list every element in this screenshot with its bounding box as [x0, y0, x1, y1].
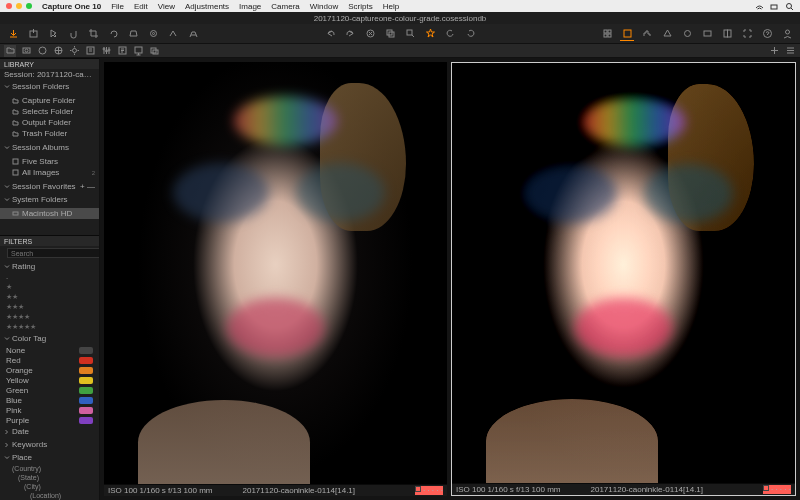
rotate-tool[interactable] — [106, 27, 120, 41]
menu-help[interactable]: Help — [383, 2, 399, 11]
minimize-icon[interactable] — [16, 3, 22, 9]
rating-none[interactable]: - — [0, 273, 99, 282]
export-button[interactable] — [26, 27, 40, 41]
menu-adjustments[interactable]: Adjustments — [185, 2, 229, 11]
proof-button[interactable] — [700, 27, 714, 41]
window-controls[interactable] — [6, 3, 32, 9]
menu-image[interactable]: Image — [239, 2, 261, 11]
color-none[interactable]: None — [0, 345, 99, 355]
mask-tool[interactable] — [166, 27, 180, 41]
session-row[interactable]: Session: 20171120-captureone-colour-gra.… — [0, 69, 99, 80]
rating-dots[interactable]: · · · · · — [771, 485, 791, 494]
keystone-tool[interactable] — [126, 27, 140, 41]
color-purple[interactable]: Purple — [0, 415, 99, 425]
session-albums-header[interactable]: Session Albums — [0, 141, 99, 154]
menu-icon[interactable] — [784, 45, 796, 57]
all-images-album[interactable]: All Images2 — [0, 167, 99, 178]
batch-tab[interactable] — [148, 45, 160, 57]
place-country[interactable]: (Country) — [8, 464, 99, 473]
library-tab[interactable] — [4, 45, 16, 57]
color-green[interactable]: Green — [0, 385, 99, 395]
apply-adjustments-button[interactable] — [403, 27, 417, 41]
focus-mask-button[interactable] — [680, 27, 694, 41]
rotate-right-button[interactable] — [463, 27, 477, 41]
color-tag-icon[interactable] — [415, 486, 421, 492]
color-orange[interactable]: Orange — [0, 365, 99, 375]
redo-button[interactable] — [343, 27, 357, 41]
rating-filter-header[interactable]: Rating — [0, 260, 99, 273]
lens-tab[interactable] — [36, 45, 48, 57]
rating-3[interactable]: ★★★ — [0, 302, 99, 312]
system-folders-header[interactable]: System Folders — [0, 193, 99, 206]
rating-4[interactable]: ★★★★ — [0, 312, 99, 322]
place-filter-header[interactable]: Place — [0, 451, 99, 464]
place-location[interactable]: (Location) — [8, 491, 99, 500]
color-tab[interactable] — [52, 45, 64, 57]
search-icon[interactable] — [785, 2, 794, 11]
app-name[interactable]: Capture One 10 — [42, 2, 101, 11]
output-folder[interactable]: Output Folder — [0, 117, 99, 128]
metadata-tab[interactable] — [116, 45, 128, 57]
exposure-tab[interactable] — [68, 45, 80, 57]
color-filter-header[interactable]: Color Tag — [0, 332, 99, 345]
trash-folder[interactable]: Trash Folder — [0, 128, 99, 139]
five-stars-album[interactable]: Five Stars — [0, 156, 99, 167]
annotate-tool[interactable] — [186, 27, 200, 41]
color-tag-icon[interactable] — [763, 485, 769, 491]
place-state[interactable]: (State) — [8, 473, 99, 482]
reset-button[interactable] — [363, 27, 377, 41]
menu-window[interactable]: Window — [310, 2, 338, 11]
exposure-warning-button[interactable] — [660, 27, 674, 41]
selects-folder[interactable]: Selects Folder — [0, 106, 99, 117]
histogram-button[interactable] — [640, 27, 654, 41]
adjustments-tab[interactable] — [100, 45, 112, 57]
help-button[interactable] — [760, 27, 774, 41]
color-yellow[interactable]: Yellow — [0, 375, 99, 385]
copy-adjustments-button[interactable] — [383, 27, 397, 41]
menu-file[interactable]: File — [111, 2, 124, 11]
user-button[interactable] — [780, 27, 794, 41]
maximize-icon[interactable] — [26, 3, 32, 9]
menu-scripts[interactable]: Scripts — [348, 2, 372, 11]
date-filter-header[interactable]: Date — [0, 425, 99, 438]
search-input[interactable] — [7, 248, 100, 258]
capture-folder[interactable]: Capture Folder — [0, 95, 99, 106]
image-pane-right[interactable]: ISO 100 1/160 s f/13 100 mm 20171120-cao… — [451, 62, 796, 496]
details-tab[interactable] — [84, 45, 96, 57]
add-tab-button[interactable] — [768, 45, 780, 57]
image-pane-left[interactable]: ISO 100 1/160 s f/13 100 mm 20171120-cao… — [104, 62, 447, 496]
macintosh-hd-item[interactable]: Macintosh HD — [0, 208, 99, 219]
menu-edit[interactable]: Edit — [134, 2, 148, 11]
fullscreen-button[interactable] — [740, 27, 754, 41]
rotate-left-button[interactable] — [443, 27, 457, 41]
crop-tool[interactable] — [86, 27, 100, 41]
keywords-filter-header[interactable]: Keywords — [0, 438, 99, 451]
session-favorites-header[interactable]: Session Favorites + — — [0, 180, 99, 193]
spot-tool[interactable] — [146, 27, 160, 41]
hand-tool[interactable] — [66, 27, 80, 41]
cursor-tool[interactable] — [46, 27, 60, 41]
grid-view-button[interactable] — [600, 27, 614, 41]
rating-2[interactable]: ★★ — [0, 292, 99, 302]
before-after-button[interactable] — [720, 27, 734, 41]
filters-panel-header[interactable]: FILTERS — [0, 235, 99, 246]
rating-dots[interactable]: · · · · · — [423, 486, 443, 495]
viewer-button[interactable] — [620, 27, 634, 41]
output-tab[interactable] — [132, 45, 144, 57]
undo-button[interactable] — [323, 27, 337, 41]
color-blue[interactable]: Blue — [0, 395, 99, 405]
menu-view[interactable]: View — [158, 2, 175, 11]
auto-adjust-button[interactable] — [423, 27, 437, 41]
import-button[interactable] — [6, 27, 20, 41]
close-icon[interactable] — [6, 3, 12, 9]
place-city[interactable]: (City) — [8, 482, 99, 491]
library-panel-header[interactable]: LIBRARY — [0, 58, 99, 69]
rating-5[interactable]: ★★★★★ — [0, 322, 99, 332]
rating-1[interactable]: ★ — [0, 282, 99, 292]
image-filename: 20171120-caoninkle-0114[14.1] — [590, 485, 703, 494]
session-folders-header[interactable]: Session Folders — [0, 80, 99, 93]
color-pink[interactable]: Pink — [0, 405, 99, 415]
color-red[interactable]: Red — [0, 355, 99, 365]
menu-camera[interactable]: Camera — [271, 2, 299, 11]
capture-tab[interactable] — [20, 45, 32, 57]
